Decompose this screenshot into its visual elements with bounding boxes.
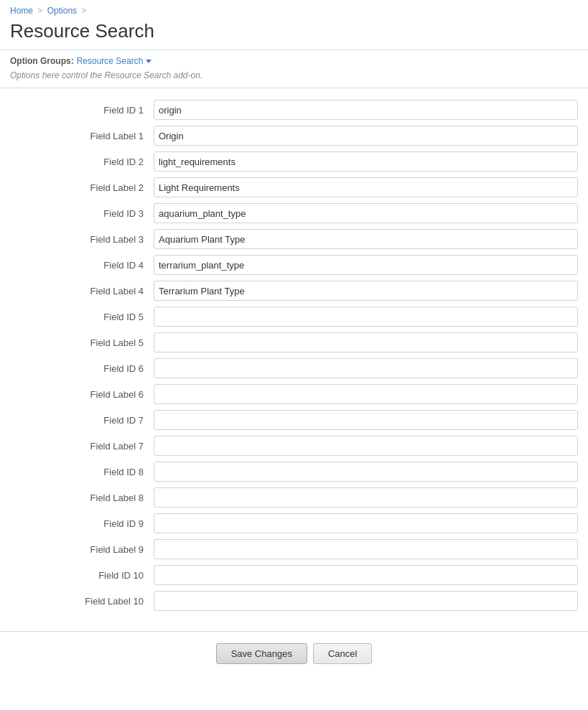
field-id-row-2: Field ID 2	[10, 151, 578, 172]
page-wrapper: Home > Options > Resource Search Option …	[0, 0, 588, 710]
field-label-input-1[interactable]	[154, 126, 578, 146]
field-id-row-1: Field ID 1	[10, 100, 578, 120]
field-label-row-1: Field Label 1	[10, 126, 578, 146]
field-label-row-4: Field Label 4	[10, 281, 578, 301]
field-id-label-8: Field ID 8	[10, 467, 154, 477]
field-label-label-1: Field Label 1	[10, 131, 154, 141]
option-group-label: Option Groups:	[10, 56, 74, 66]
field-label-label-5: Field Label 5	[10, 337, 154, 348]
field-label-input-8[interactable]	[154, 487, 578, 508]
field-id-row-3: Field ID 3	[10, 203, 578, 223]
field-id-row-4: Field ID 4	[10, 255, 578, 275]
field-id-label-7: Field ID 7	[10, 415, 154, 426]
field-id-row-9: Field ID 9	[10, 513, 578, 533]
breadcrumb: Home > Options >	[0, 0, 588, 19]
field-label-label-9: Field Label 9	[10, 544, 154, 555]
field-id-label-9: Field ID 9	[10, 518, 154, 529]
option-group-dropdown[interactable]: Resource Search	[77, 56, 152, 66]
field-label-row-2: Field Label 2	[10, 177, 578, 197]
field-id-input-2[interactable]	[154, 151, 578, 172]
field-label-row-7: Field Label 7	[10, 436, 578, 456]
page-description: Options here control the Resource Search…	[0, 69, 588, 88]
field-label-label-3: Field Label 3	[10, 234, 154, 245]
field-label-row-6: Field Label 6	[10, 384, 578, 404]
field-id-input-1[interactable]	[154, 100, 578, 120]
page-title: Resource Search	[0, 19, 588, 50]
field-id-input-8[interactable]	[154, 462, 578, 482]
option-group-value-text: Resource Search	[77, 56, 144, 66]
field-label-label-10: Field Label 10	[10, 596, 154, 607]
field-label-label-7: Field Label 7	[10, 441, 154, 452]
field-id-label-5: Field ID 5	[10, 312, 154, 322]
field-id-input-9[interactable]	[154, 513, 578, 533]
field-label-input-2[interactable]	[154, 177, 578, 197]
field-id-label-3: Field ID 3	[10, 208, 154, 219]
field-id-input-6[interactable]	[154, 358, 578, 378]
field-id-label-4: Field ID 4	[10, 260, 154, 271]
field-label-label-8: Field Label 8	[10, 492, 154, 503]
field-label-label-6: Field Label 6	[10, 389, 154, 400]
field-id-row-8: Field ID 8	[10, 462, 578, 482]
form-section: Field ID 1 Field Label 1 Field ID 2 Fiel…	[0, 88, 588, 624]
field-label-input-3[interactable]	[154, 229, 578, 249]
field-id-input-4[interactable]	[154, 255, 578, 275]
field-id-label-1: Field ID 1	[10, 105, 154, 116]
breadcrumb-sep2: >	[81, 6, 86, 16]
option-group-bar: Option Groups: Resource Search	[0, 50, 588, 69]
field-label-input-9[interactable]	[154, 539, 578, 559]
field-label-input-4[interactable]	[154, 281, 578, 301]
field-label-input-10[interactable]	[154, 591, 578, 611]
breadcrumb-home[interactable]: Home	[10, 6, 33, 16]
field-label-label-4: Field Label 4	[10, 286, 154, 296]
field-label-row-8: Field Label 8	[10, 487, 578, 508]
field-id-label-10: Field ID 10	[10, 570, 154, 581]
field-id-label-6: Field ID 6	[10, 363, 154, 374]
field-id-row-6: Field ID 6	[10, 358, 578, 378]
field-label-input-7[interactable]	[154, 436, 578, 456]
field-label-row-9: Field Label 9	[10, 539, 578, 559]
field-id-row-7: Field ID 7	[10, 410, 578, 430]
cancel-button[interactable]: Cancel	[313, 643, 372, 664]
field-id-input-10[interactable]	[154, 565, 578, 585]
field-id-input-3[interactable]	[154, 203, 578, 223]
field-label-row-5: Field Label 5	[10, 332, 578, 352]
field-id-row-10: Field ID 10	[10, 565, 578, 585]
field-id-row-5: Field ID 5	[10, 307, 578, 327]
field-label-input-5[interactable]	[154, 332, 578, 352]
breadcrumb-options[interactable]: Options	[47, 6, 77, 16]
breadcrumb-sep1: >	[37, 6, 42, 16]
save-button[interactable]: Save Changes	[216, 643, 307, 664]
field-id-label-2: Field ID 2	[10, 157, 154, 167]
field-label-input-6[interactable]	[154, 384, 578, 404]
field-label-label-2: Field Label 2	[10, 182, 154, 193]
field-label-row-3: Field Label 3	[10, 229, 578, 249]
footer-bar: Save Changes Cancel	[0, 631, 588, 676]
chevron-down-icon	[146, 60, 151, 63]
field-id-input-7[interactable]	[154, 410, 578, 430]
field-label-row-10: Field Label 10	[10, 591, 578, 611]
field-id-input-5[interactable]	[154, 307, 578, 327]
